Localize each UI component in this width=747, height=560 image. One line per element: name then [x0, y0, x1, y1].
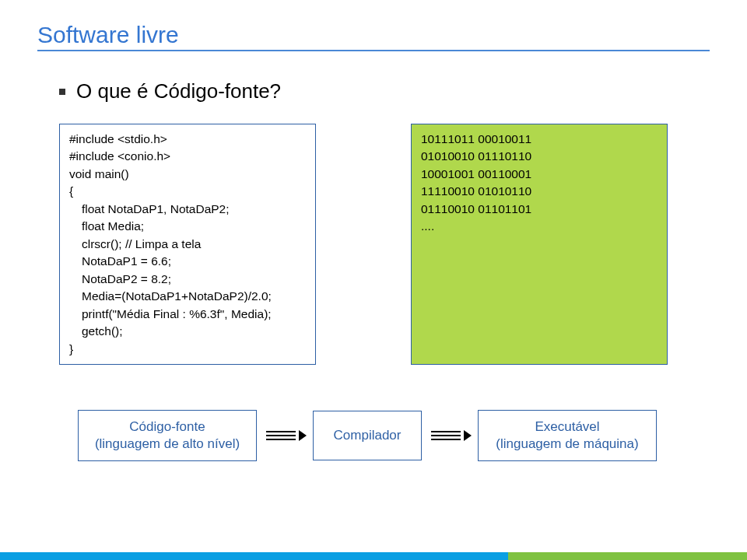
page-title: Software livre [37, 22, 710, 48]
compiler-label-box: Compilador [313, 411, 422, 460]
code-line: printf("Média Final : %6.3f", Media); [69, 306, 304, 323]
source-code-box: #include <stdio.h> #include <conio.h> vo… [59, 124, 316, 365]
executable-label-box: Executável (linguagem de máquina) [478, 410, 657, 461]
code-line: { [69, 183, 304, 200]
code-line: NotaDaP1 = 6.6; [69, 253, 304, 270]
code-line: Media=(NotaDaP1+NotaDaP2)/2.0; [69, 288, 304, 305]
slide: Software livre O que é Código-fonte? #in… [0, 0, 747, 560]
binary-line: 11110010 01010110 [421, 183, 656, 200]
source-label-box: Código-fonte (linguagem de alto nível) [78, 410, 257, 461]
code-line: getch(); [69, 323, 304, 340]
binary-line: 10001001 00110001 [421, 166, 656, 183]
code-line: } [69, 341, 304, 358]
code-line: NotaDaP2 = 8.2; [69, 271, 304, 288]
bullet-item: O que é Código-fonte? [37, 79, 710, 103]
flow-row: Código-fonte (linguagem de alto nível) C… [37, 410, 710, 461]
content-row: #include <stdio.h> #include <conio.h> vo… [37, 124, 710, 365]
bullet-icon [59, 89, 65, 95]
binary-box: 10111011 00010011 01010010 01110110 1000… [411, 124, 668, 365]
label-line: (linguagem de alto nível) [89, 436, 245, 453]
code-line: void main() [69, 166, 304, 183]
binary-line: 01010010 01110110 [421, 148, 656, 165]
arrow-icon [431, 430, 468, 441]
label-line: (linguagem de máquina) [489, 436, 645, 453]
code-line: clrscr(); // Limpa a tela [69, 236, 304, 253]
arrow-icon [266, 430, 303, 441]
bullet-text: O que é Código-fonte? [76, 79, 281, 103]
footer-bar [0, 552, 747, 560]
binary-line: 01110010 01101101 [421, 201, 656, 218]
code-line: #include <conio.h> [69, 148, 304, 165]
code-line: float NotaDaP1, NotaDaP2; [69, 201, 304, 218]
label-line: Compilador [324, 427, 410, 444]
binary-line: 10111011 00010011 [421, 131, 656, 148]
code-line: float Media; [69, 218, 304, 235]
title-underline [37, 50, 710, 51]
binary-line: .... [421, 218, 656, 235]
label-line: Código-fonte [89, 418, 245, 436]
code-line: #include <stdio.h> [69, 131, 304, 148]
label-line: Executável [489, 418, 645, 436]
